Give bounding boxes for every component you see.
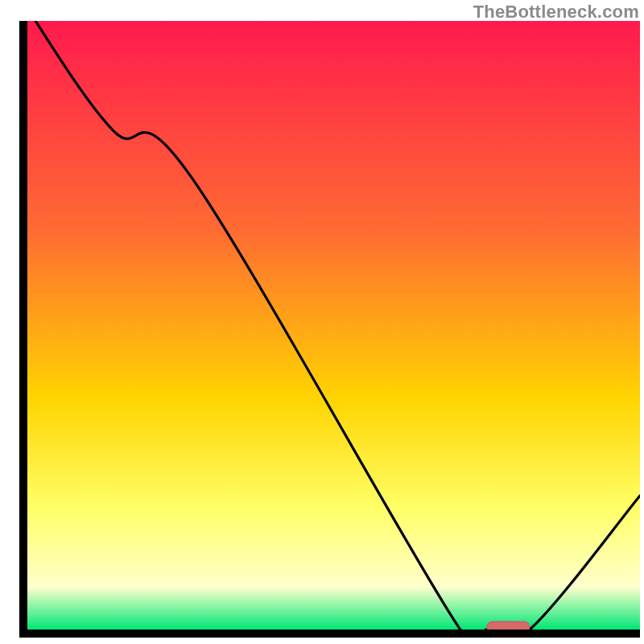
chart-stage: TheBottleneck.com [0, 0, 644, 644]
bottleneck-chart [0, 0, 644, 644]
plot-area [27, 21, 640, 630]
